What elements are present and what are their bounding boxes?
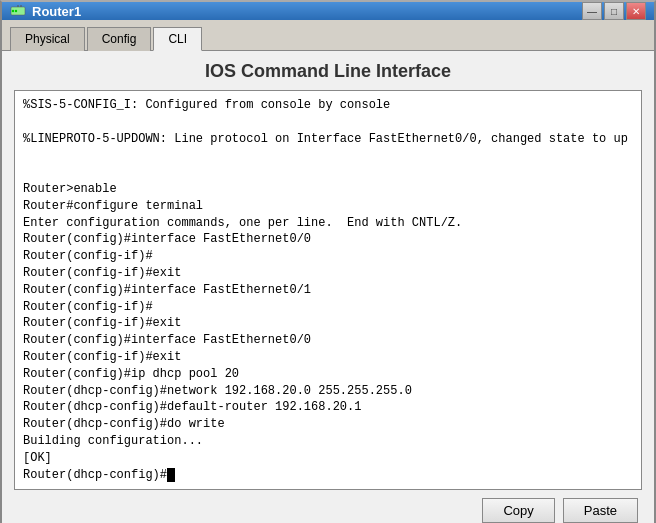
title-bar: Router1 — □ ✕ bbox=[2, 2, 654, 20]
terminal-container: %SIS-5-CONFIG_I: Configured from console… bbox=[14, 90, 642, 490]
copy-button[interactable]: Copy bbox=[482, 498, 554, 523]
tabs-bar: Physical Config CLI bbox=[2, 20, 654, 51]
main-window: Router1 — □ ✕ Physical Config CLI IOS Co… bbox=[0, 0, 656, 523]
terminal-cursor bbox=[167, 468, 175, 482]
button-bar: Copy Paste bbox=[14, 490, 642, 523]
content-area: IOS Command Line Interface %SIS-5-CONFIG… bbox=[2, 51, 654, 523]
title-controls: — □ ✕ bbox=[582, 2, 646, 20]
section-title: IOS Command Line Interface bbox=[14, 61, 642, 82]
tab-config[interactable]: Config bbox=[87, 27, 152, 51]
terminal-output[interactable]: %SIS-5-CONFIG_I: Configured from console… bbox=[15, 91, 641, 489]
tab-physical[interactable]: Physical bbox=[10, 27, 85, 51]
title-bar-left: Router1 bbox=[10, 3, 81, 19]
router-icon bbox=[10, 3, 26, 19]
svg-point-1 bbox=[12, 10, 14, 12]
tab-cli[interactable]: CLI bbox=[153, 27, 202, 51]
window-title: Router1 bbox=[32, 4, 81, 19]
paste-button[interactable]: Paste bbox=[563, 498, 638, 523]
svg-point-2 bbox=[15, 10, 17, 12]
close-button[interactable]: ✕ bbox=[626, 2, 646, 20]
minimize-button[interactable]: — bbox=[582, 2, 602, 20]
maximize-button[interactable]: □ bbox=[604, 2, 624, 20]
